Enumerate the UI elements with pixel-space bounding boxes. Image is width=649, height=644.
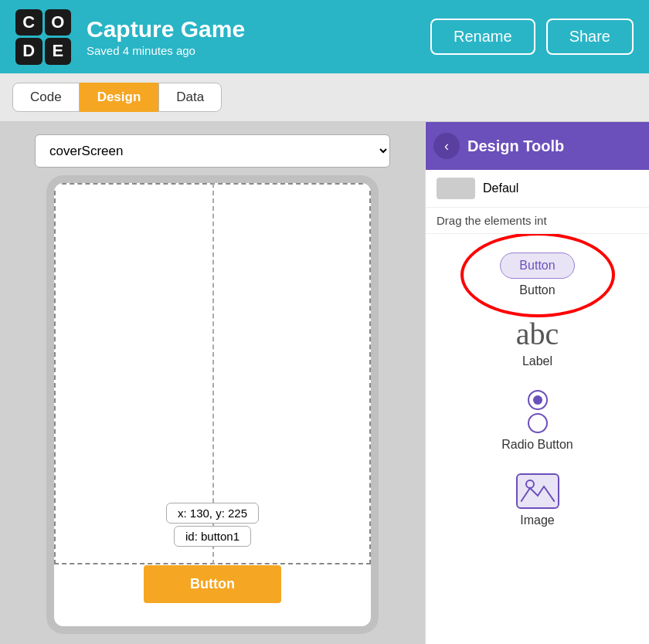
phone-mockup: x: 130, y: 225 id: button1 Button bbox=[46, 175, 379, 634]
toolbar-items: Button Button abc Label bbox=[426, 234, 649, 644]
logo-cell-e: E bbox=[45, 38, 72, 65]
toolbar-default-row: Defaul bbox=[426, 170, 649, 208]
share-button[interactable]: Share bbox=[546, 19, 634, 55]
app-title: Capture Game bbox=[87, 16, 415, 42]
app-subtitle: Saved 4 minutes ago bbox=[87, 44, 415, 57]
screen-selector-wrap: coverScreen gameScreen endScreen bbox=[35, 134, 390, 168]
app-logo: C O D E bbox=[15, 9, 71, 65]
tab-data[interactable]: Data bbox=[158, 83, 222, 112]
screen-selector[interactable]: coverScreen gameScreen endScreen bbox=[35, 134, 390, 168]
radio-outer-empty bbox=[528, 413, 548, 433]
label-item-label: Label bbox=[522, 354, 552, 368]
radio-widget-icon bbox=[528, 390, 548, 433]
header-title-area: Capture Game Saved 4 minutes ago bbox=[87, 16, 415, 57]
toolbar-item-image[interactable]: Image bbox=[426, 463, 649, 538]
logo-cell-d: D bbox=[15, 38, 42, 65]
radio-inner bbox=[533, 395, 542, 405]
tabs-row: Code Design Data bbox=[0, 73, 649, 122]
image-widget-preview bbox=[516, 473, 559, 509]
tab-design[interactable]: Design bbox=[80, 83, 159, 112]
toolbar-drag-hint: Drag the elements int bbox=[426, 208, 649, 234]
toolbar-header: ‹ Design Toolb bbox=[426, 122, 649, 170]
rename-button[interactable]: Rename bbox=[430, 19, 535, 55]
toolbar-back-button[interactable]: ‹ bbox=[433, 133, 460, 159]
default-color-box bbox=[437, 178, 475, 199]
canvas-button[interactable]: Button bbox=[144, 565, 281, 603]
position-tooltip: x: 130, y: 225 bbox=[166, 503, 259, 524]
tab-code[interactable]: Code bbox=[12, 83, 80, 112]
app-header: C O D E Capture Game Saved 4 minutes ago… bbox=[0, 0, 649, 73]
toolbar-panel: ‹ Design Toolb Defaul Drag the elements … bbox=[425, 122, 649, 644]
label-widget-icon: abc bbox=[516, 319, 559, 350]
button-widget-icon: Button bbox=[500, 253, 574, 279]
toolbar-item-label[interactable]: abc Label bbox=[426, 308, 649, 379]
toolbar-title: Design Toolb bbox=[467, 137, 641, 155]
label-widget-preview: abc bbox=[516, 317, 559, 351]
radio-item-label: Radio Button bbox=[501, 438, 573, 452]
logo-cell-c: C bbox=[15, 9, 42, 36]
image-widget-icon bbox=[516, 473, 559, 509]
id-tooltip: id: button1 bbox=[174, 526, 251, 547]
button-widget-preview: Button bbox=[500, 253, 574, 279]
logo-cell-o: O bbox=[45, 9, 72, 36]
toolbar-item-radio[interactable]: Radio Button bbox=[426, 379, 649, 463]
toolbar-item-button[interactable]: Button Button bbox=[426, 242, 649, 308]
image-sun bbox=[525, 480, 535, 489]
phone-screen: x: 130, y: 225 id: button1 Button bbox=[54, 183, 371, 626]
image-item-label: Image bbox=[520, 514, 554, 527]
header-buttons: Rename Share bbox=[430, 19, 634, 55]
canvas-panel: coverScreen gameScreen endScreen x: 130,… bbox=[0, 122, 425, 644]
radio-outer-filled bbox=[528, 390, 548, 410]
main-content: coverScreen gameScreen endScreen x: 130,… bbox=[0, 122, 649, 644]
button-item-label: Button bbox=[519, 283, 555, 297]
default-label: Defaul bbox=[483, 181, 518, 195]
